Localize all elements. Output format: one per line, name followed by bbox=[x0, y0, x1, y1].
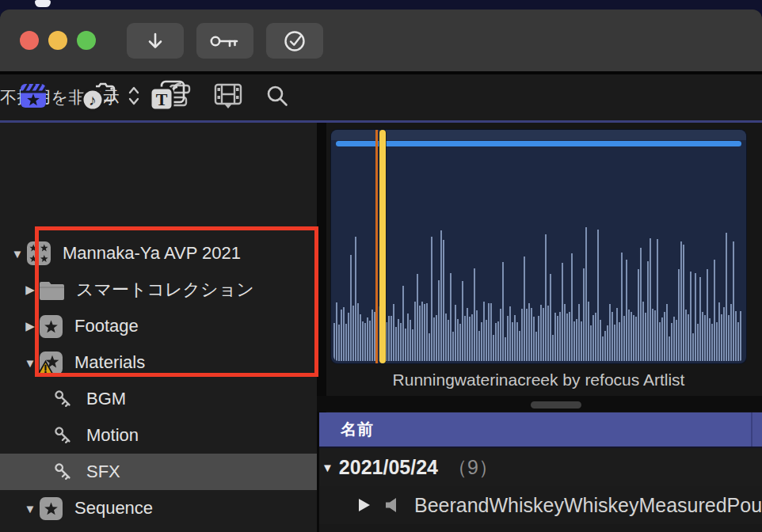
sidebar-item-library[interactable]: ▼ Mannaka-Ya AVP 2021 bbox=[0, 235, 325, 272]
disclosure-collapsed-icon[interactable]: ▶ bbox=[21, 319, 40, 333]
sidebar-item-label: Motion bbox=[86, 425, 139, 446]
group-disclosure-icon[interactable]: ▼ bbox=[322, 461, 333, 474]
main-area: ▼ Mannaka-Ya AVP 2021 ▶ bbox=[0, 123, 762, 532]
sidebar-item-label: SFX bbox=[86, 462, 120, 482]
sidebar-item-footage[interactable]: ▶ Footage bbox=[0, 308, 337, 344]
sidebar-item-label: Mannaka-Ya AVP 2021 bbox=[63, 243, 241, 264]
browser-toolbar: ♪ T 不採用を非表示 bbox=[0, 74, 762, 120]
filmstrip-icon[interactable] bbox=[213, 82, 243, 112]
sidebar-toggle-titles-generators[interactable]: T bbox=[149, 74, 187, 120]
menubar-app-icon bbox=[35, 0, 51, 7]
sidebar-item-smart-collection[interactable]: ▶ スマートコレクション bbox=[0, 272, 337, 308]
name-column-header[interactable]: 名前 bbox=[341, 419, 374, 440]
library-clapperboard-icon bbox=[20, 82, 47, 112]
sidebar-item-sequence[interactable]: ▼ Sequence bbox=[0, 490, 337, 526]
playhead[interactable] bbox=[373, 130, 387, 363]
favorite-stripe bbox=[336, 141, 741, 146]
chevron-up-down-icon[interactable] bbox=[128, 85, 140, 110]
playhead-range-marker bbox=[379, 130, 386, 363]
sidebar-item-label: Footage bbox=[74, 316, 139, 336]
keyword-key-icon bbox=[52, 461, 74, 483]
sidebar-toggle-library[interactable] bbox=[20, 74, 47, 120]
star-square-warning-icon bbox=[40, 352, 63, 374]
screen: { "icons": { "disclosure_open": "▼", "di… bbox=[0, 0, 762, 532]
sidebar-item-bgm[interactable]: BGM bbox=[0, 381, 369, 417]
library-4-stars-icon bbox=[27, 241, 51, 265]
disclosure-open-icon[interactable]: ▼ bbox=[21, 502, 40, 515]
sidebar-item-motion[interactable]: Motion bbox=[0, 417, 369, 454]
disclosure-open-icon[interactable]: ▼ bbox=[8, 247, 27, 260]
keyword-key-icon bbox=[52, 388, 74, 410]
sidebar-item-materials[interactable]: ▼ Materials bbox=[0, 344, 337, 381]
waveform bbox=[333, 154, 744, 361]
sidebar-item-label: BGM bbox=[86, 389, 126, 409]
search-icon[interactable] bbox=[265, 84, 289, 111]
download-button[interactable] bbox=[127, 23, 184, 59]
close-button[interactable] bbox=[20, 31, 39, 50]
libraries-sidebar: ▼ Mannaka-Ya AVP 2021 ▶ bbox=[0, 123, 317, 532]
clip-caption: Runningwaterinacreek by refocus Artlist bbox=[331, 365, 746, 395]
splitter-drag-handle[interactable] bbox=[531, 401, 581, 408]
column-divider[interactable] bbox=[751, 412, 762, 446]
app-window: ♪ T 不採用を非表示 bbox=[0, 10, 762, 532]
zoom-button[interactable] bbox=[77, 31, 96, 50]
titles-generators-icon: T bbox=[149, 80, 187, 115]
check-circle-icon bbox=[282, 28, 307, 54]
list-header-row[interactable]: 名前 bbox=[319, 412, 762, 448]
group-count-label: （9） bbox=[448, 454, 498, 481]
sidebar-item-label: スマートコレクション bbox=[76, 278, 254, 302]
keyword-editor-button[interactable] bbox=[196, 23, 253, 59]
clip-header-band bbox=[331, 130, 746, 140]
task-status-button[interactable] bbox=[266, 23, 323, 59]
sidebar-toggle-photos-audio[interactable]: ♪ bbox=[80, 74, 118, 120]
titlebar[interactable] bbox=[0, 10, 762, 71]
playhead-skimmer-line bbox=[375, 130, 378, 363]
list-background bbox=[319, 524, 762, 532]
browser-content: Runningwaterinacreek by refocus Artlist … bbox=[326, 123, 762, 532]
svg-text:♪: ♪ bbox=[89, 92, 97, 108]
svg-text:T: T bbox=[156, 89, 168, 109]
clip-list-row[interactable]: BeerandWhiskeyWhiskeyMeasuredPou bbox=[319, 486, 762, 524]
keyword-key-icon bbox=[52, 424, 74, 446]
date-group-row[interactable]: ▼ 2021/05/24 （9） bbox=[319, 448, 762, 486]
group-date-label: 2021/05/24 bbox=[339, 456, 438, 479]
sidebar-item-label: Sequence bbox=[74, 498, 153, 519]
folder-icon bbox=[40, 280, 64, 300]
sidebar-item-sfx[interactable]: SFX bbox=[0, 454, 369, 490]
key-icon bbox=[208, 31, 242, 51]
desktop-background bbox=[0, 0, 762, 10]
minimize-button[interactable] bbox=[48, 31, 67, 50]
star-square-icon bbox=[40, 315, 63, 338]
disclosure-collapsed-icon[interactable]: ▶ bbox=[21, 283, 40, 297]
download-arrow-icon bbox=[145, 31, 166, 51]
play-triangle-icon[interactable] bbox=[356, 496, 371, 515]
sidebar-item-label: Materials bbox=[74, 352, 145, 373]
star-square-icon bbox=[40, 497, 63, 520]
speaker-icon bbox=[381, 496, 400, 515]
audio-clip-filmstrip[interactable] bbox=[331, 130, 746, 363]
photos-audio-icon: ♪ bbox=[80, 80, 118, 115]
warning-triangle-icon bbox=[37, 360, 54, 378]
clip-name-label: BeerandWhiskeyWhiskeyMeasuredPou bbox=[414, 494, 762, 517]
